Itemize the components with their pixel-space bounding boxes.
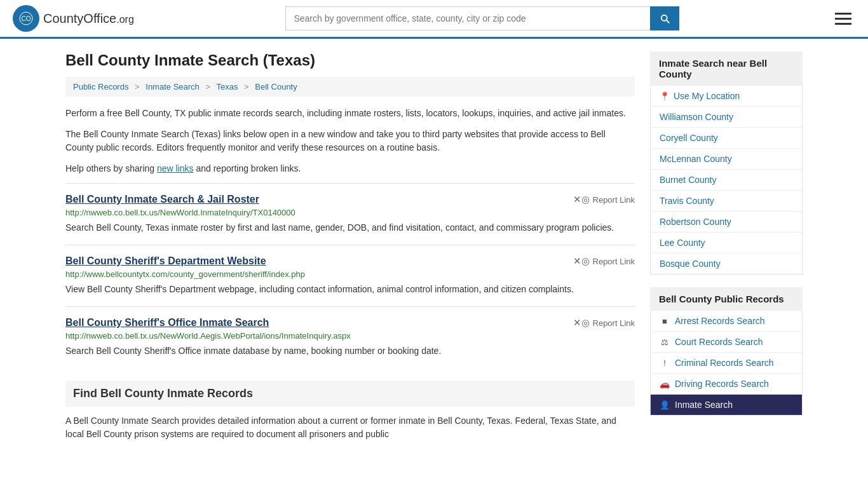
sidebar-records-header: Bell County Public Records [650,287,803,311]
lee-link[interactable]: Lee County [660,238,705,248]
sidebar-nearby-section: Inmate Search near Bell County 📍 Use My … [650,51,803,274]
description-2: The Bell County Inmate Search (Texas) li… [65,128,635,154]
search-icon [659,13,670,24]
find-section-title: Find Bell County Inmate Records [73,387,627,400]
result-url-3[interactable]: http://nwweb.co.bell.tx.us/NewWorld.Aegi… [65,331,635,341]
sidebar: Inmate Search near Bell County 📍 Use My … [650,51,803,449]
search-area [285,6,679,30]
mclennan-link[interactable]: McLennan County [660,154,732,164]
sidebar-records-list: ■ Arrest Records Search ⚖ Court Records … [650,311,803,416]
crosshair-icon-3: ✕◎ [573,317,590,329]
breadcrumb-texas[interactable]: Texas [216,82,238,92]
result-card-1: Bell County Inmate Search & Jail Roster … [65,183,635,245]
result-url-1[interactable]: http://nwweb.co.bell.tx.us/NewWorld.Inma… [65,208,635,217]
report-label-2: Report Link [593,257,635,266]
court-icon: ⚖ [660,337,670,347]
search-button[interactable] [650,6,679,30]
criminal-records-link[interactable]: Criminal Records Search [675,358,774,368]
result-title-1[interactable]: Bell County Inmate Search & Jail Roster [65,194,259,205]
inmate-icon: 👤 [660,400,670,410]
page-header: CO CountyOffice.org [0,0,868,39]
menu-line-3 [835,23,851,25]
criminal-icon: ! [660,358,670,368]
result-header-1: Bell County Inmate Search & Jail Roster … [65,194,635,208]
breadcrumb-public-records[interactable]: Public Records [73,82,128,92]
search-input[interactable] [285,6,650,30]
driving-icon: 🚗 [660,379,670,389]
breadcrumb-sep-2: > [205,82,210,92]
result-header-3: Bell County Sheriff's Office Inmate Sear… [65,317,635,331]
result-card-2: Bell County Sheriff's Department Website… [65,245,635,306]
desc3-post: and reporting broken links. [194,163,301,173]
breadcrumb-sep-3: > [244,82,249,92]
logo-area: CO CountyOffice.org [13,5,134,32]
sidebar-nearby-header: Inmate Search near Bell County [650,51,803,86]
bosque-link[interactable]: Bosque County [660,259,721,269]
new-links-link[interactable]: new links [157,163,194,173]
coryell-link[interactable]: Coryell County [660,133,718,143]
sidebar-item-williamson[interactable]: Williamson County [651,107,802,128]
breadcrumb-bell-county[interactable]: Bell County [255,82,297,92]
sidebar-item-lee[interactable]: Lee County [651,233,802,254]
sidebar-item-court-records[interactable]: ⚖ Court Records Search [651,332,802,353]
result-card-3: Bell County Sheriff's Office Inmate Sear… [65,306,635,368]
main-content: Bell County Inmate Search (Texas) Public… [65,51,635,449]
breadcrumb-sep-1: > [135,82,140,92]
sidebar-item-travis[interactable]: Travis County [651,191,802,212]
travis-link[interactable]: Travis County [660,196,714,206]
sidebar-item-mclennan[interactable]: McLennan County [651,149,802,170]
report-link-1[interactable]: ✕◎ Report Link [573,194,635,205]
logo-icon: CO [13,5,39,32]
menu-line-2 [835,18,851,20]
robertson-link[interactable]: Robertson County [660,217,731,227]
court-records-link[interactable]: Court Records Search [675,337,763,347]
arrest-icon: ■ [660,316,670,326]
logo-name: CountyOffice [43,11,116,25]
sidebar-item-robertson[interactable]: Robertson County [651,212,802,233]
burnet-link[interactable]: Burnet County [660,175,717,185]
description-1: Perform a free Bell County, TX public in… [65,107,635,120]
hamburger-menu-button[interactable] [831,9,855,29]
sidebar-item-driving-records[interactable]: 🚗 Driving Records Search [651,374,802,395]
result-desc-3: Search Bell County Sheriff's Office inma… [65,344,635,358]
crosshair-icon-2: ✕◎ [573,255,590,267]
crosshair-icon-1: ✕◎ [573,194,590,205]
report-label-3: Report Link [593,318,635,328]
page-container: Bell County Inmate Search (Texas) Public… [53,39,815,461]
breadcrumb-inmate-search[interactable]: Inmate Search [146,82,200,92]
menu-line-1 [835,13,851,15]
description-3: Help others by sharing new links and rep… [65,162,635,175]
use-my-location-link[interactable]: Use My Location [674,91,740,101]
result-title-2[interactable]: Bell County Sheriff's Department Website [65,255,266,267]
result-desc-1: Search Bell County, Texas inmate roster … [65,221,635,234]
find-section-text: A Bell County Inmate Search provides det… [65,414,635,441]
arrest-records-link[interactable]: Arrest Records Search [675,316,765,326]
logo-suffix: .org [116,14,134,25]
sidebar-item-inmate-search-active[interactable]: 👤 Inmate Search [651,395,802,415]
williamson-link[interactable]: Williamson County [660,112,733,122]
page-title: Bell County Inmate Search (Texas) [65,51,635,69]
sidebar-item-arrest-records[interactable]: ■ Arrest Records Search [651,311,802,332]
breadcrumb: Public Records > Inmate Search > Texas >… [65,77,635,97]
driving-records-link[interactable]: Driving Records Search [675,379,769,389]
sidebar-item-burnet[interactable]: Burnet County [651,170,802,191]
sidebar-records-section: Bell County Public Records ■ Arrest Reco… [650,287,803,416]
inmate-search-link[interactable]: Inmate Search [675,400,733,410]
sidebar-item-coryell[interactable]: Coryell County [651,128,802,149]
location-pin-icon: 📍 [660,92,670,101]
logo-text: CountyOffice.org [43,11,134,26]
result-desc-2: View Bell County Sheriff's Department we… [65,283,635,296]
sidebar-item-criminal-records[interactable]: ! Criminal Records Search [651,353,802,374]
report-link-2[interactable]: ✕◎ Report Link [573,255,635,267]
result-title-3[interactable]: Bell County Sheriff's Office Inmate Sear… [65,317,269,329]
sidebar-item-bosque[interactable]: Bosque County [651,254,802,274]
svg-text:CO: CO [22,15,31,22]
result-url-2[interactable]: http://www.bellcountytx.com/county_gover… [65,269,635,279]
desc3-pre: Help others by sharing [65,163,157,173]
find-section-header: Find Bell County Inmate Records [65,381,635,407]
result-header-2: Bell County Sheriff's Department Website… [65,255,635,269]
report-link-3[interactable]: ✕◎ Report Link [573,317,635,329]
sidebar-nearby-list: 📍 Use My Location Williamson County Cory… [650,86,803,274]
report-label-1: Report Link [593,195,635,205]
sidebar-item-use-my-location[interactable]: 📍 Use My Location [651,86,802,107]
